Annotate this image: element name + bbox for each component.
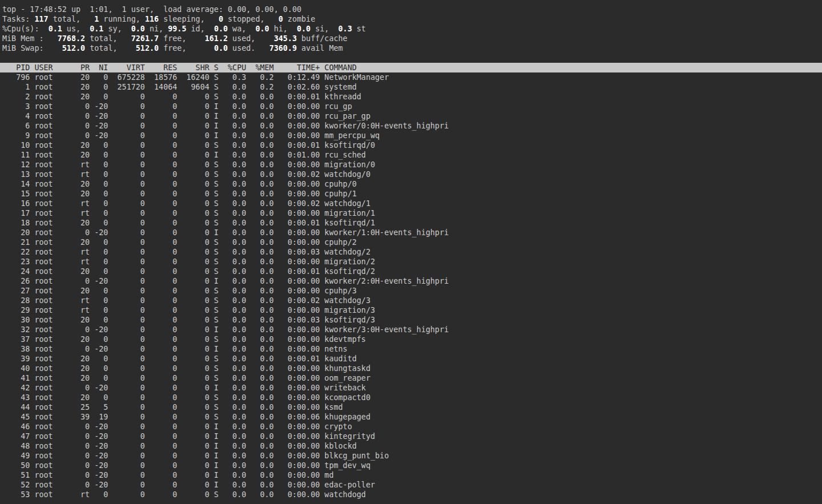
process-row: 47 root 0 -20 0 0 0 I 0.0 0.0 0:00.00 ki…	[0, 432, 822, 441]
process-row: 43 root 20 0 0 0 0 S 0.0 0.0 0:00.00 kco…	[0, 393, 822, 402]
process-table-header: PID USER PR NI VIRT RES SHR S %CPU %MEM …	[0, 63, 822, 72]
summary-line: %Cpu(s): 0.1 us, 0.1 sy, 0.0 ni, 99.5 id…	[0, 24, 822, 34]
process-table: 796 root 20 0 675228 18576 16240 S 0.3 0…	[0, 72, 822, 499]
process-row: 23 root rt 0 0 0 0 S 0.0 0.0 0:00.00 mig…	[0, 257, 822, 267]
process-row: 28 root rt 0 0 0 0 S 0.0 0.0 0:00.02 wat…	[0, 296, 822, 305]
process-row: 37 root 20 0 0 0 0 S 0.0 0.0 0:00.00 kde…	[0, 334, 822, 344]
process-row: 46 root 0 -20 0 0 0 I 0.0 0.0 0:00.00 cr…	[0, 422, 822, 432]
process-row: 30 root 20 0 0 0 0 S 0.0 0.0 0:00.03 kso…	[0, 315, 822, 325]
process-row: 20 root 0 -20 0 0 0 I 0.0 0.0 0:00.00 kw…	[0, 228, 822, 237]
process-row: 1 root 20 0 251720 14064 9604 S 0.0 0.2 …	[0, 82, 822, 92]
process-row: 10 root 20 0 0 0 0 S 0.0 0.0 0:00.01 kso…	[0, 140, 822, 150]
terminal-screen[interactable]: top - 17:48:52 up 1:01, 1 user, load ave…	[0, 0, 822, 499]
process-row: 11 root 20 0 0 0 0 I 0.0 0.0 0:01.00 rcu…	[0, 150, 822, 160]
process-row: 6 root 0 -20 0 0 0 I 0.0 0.0 0:00.00 kwo…	[0, 121, 822, 131]
process-row: 32 root 0 -20 0 0 0 I 0.0 0.0 0:00.00 kw…	[0, 325, 822, 334]
process-row: 9 root 0 -20 0 0 0 I 0.0 0.0 0:00.00 mm_…	[0, 131, 822, 140]
process-row: 52 root 0 -20 0 0 0 I 0.0 0.0 0:00.00 ed…	[0, 480, 822, 490]
process-row: 38 root 0 -20 0 0 0 I 0.0 0.0 0:00.00 ne…	[0, 344, 822, 354]
process-row: 13 root rt 0 0 0 0 S 0.0 0.0 0:00.02 wat…	[0, 170, 822, 179]
process-row: 21 root 20 0 0 0 0 S 0.0 0.0 0:00.00 cpu…	[0, 237, 822, 247]
process-row: 24 root 20 0 0 0 0 S 0.0 0.0 0:00.01 kso…	[0, 267, 822, 276]
process-row: 49 root 0 -20 0 0 0 I 0.0 0.0 0:00.00 bl…	[0, 451, 822, 461]
process-row: 12 root rt 0 0 0 0 S 0.0 0.0 0:00.00 mig…	[0, 160, 822, 170]
summary-line: top - 17:48:52 up 1:01, 1 user, load ave…	[0, 5, 822, 14]
process-row: 18 root 20 0 0 0 0 S 0.0 0.0 0:00.01 kso…	[0, 218, 822, 228]
process-row: 41 root 20 0 0 0 0 S 0.0 0.0 0:00.00 oom…	[0, 373, 822, 383]
process-row: 39 root 20 0 0 0 0 S 0.0 0.0 0:00.01 kau…	[0, 354, 822, 364]
process-row: 16 root rt 0 0 0 0 S 0.0 0.0 0:00.02 wat…	[0, 199, 822, 208]
process-row: 42 root 0 -20 0 0 0 I 0.0 0.0 0:00.00 wr…	[0, 383, 822, 393]
process-row: 4 root 0 -20 0 0 0 I 0.0 0.0 0:00.00 rcu…	[0, 111, 822, 121]
top-summary: top - 17:48:52 up 1:01, 1 user, load ave…	[0, 5, 822, 53]
process-row: 14 root 20 0 0 0 0 S 0.0 0.0 0:00.00 cpu…	[0, 179, 822, 189]
summary-line: Tasks: 117 total, 1 running, 116 sleepin…	[0, 14, 822, 24]
process-row: 27 root 20 0 0 0 0 S 0.0 0.0 0:00.00 cpu…	[0, 286, 822, 296]
summary-line: MiB Swap: 512.0 total, 512.0 free, 0.0 u…	[0, 43, 822, 53]
process-row: 29 root rt 0 0 0 0 S 0.0 0.0 0:00.00 mig…	[0, 305, 822, 315]
process-row: 45 root 39 19 0 0 0 S 0.0 0.0 0:00.06 kh…	[0, 412, 822, 422]
process-row: 40 root 20 0 0 0 0 S 0.0 0.0 0:00.00 khu…	[0, 364, 822, 373]
process-row: 51 root 0 -20 0 0 0 I 0.0 0.0 0:00.00 md	[0, 470, 822, 480]
process-row: 2 root 20 0 0 0 0 S 0.0 0.0 0:00.01 kthr…	[0, 92, 822, 102]
process-row: 796 root 20 0 675228 18576 16240 S 0.3 0…	[0, 72, 822, 82]
process-row: 50 root 0 -20 0 0 0 I 0.0 0.0 0:00.00 tp…	[0, 461, 822, 470]
process-row: 3 root 0 -20 0 0 0 I 0.0 0.0 0:00.00 rcu…	[0, 102, 822, 111]
process-row: 48 root 0 -20 0 0 0 I 0.0 0.0 0:00.00 kb…	[0, 441, 822, 451]
summary-line: MiB Mem : 7768.2 total, 7261.7 free, 161…	[0, 34, 822, 43]
process-row: 22 root rt 0 0 0 0 S 0.0 0.0 0:00.03 wat…	[0, 247, 822, 257]
process-row: 15 root 20 0 0 0 0 S 0.0 0.0 0:00.00 cpu…	[0, 189, 822, 199]
process-row: 44 root 25 5 0 0 0 S 0.0 0.0 0:00.00 ksm…	[0, 402, 822, 412]
process-row: 53 root rt 0 0 0 0 S 0.0 0.0 0:00.00 wat…	[0, 490, 822, 499]
process-row: 26 root 0 -20 0 0 0 I 0.0 0.0 0:00.00 kw…	[0, 276, 822, 286]
process-row: 17 root rt 0 0 0 0 S 0.0 0.0 0:00.00 mig…	[0, 208, 822, 218]
